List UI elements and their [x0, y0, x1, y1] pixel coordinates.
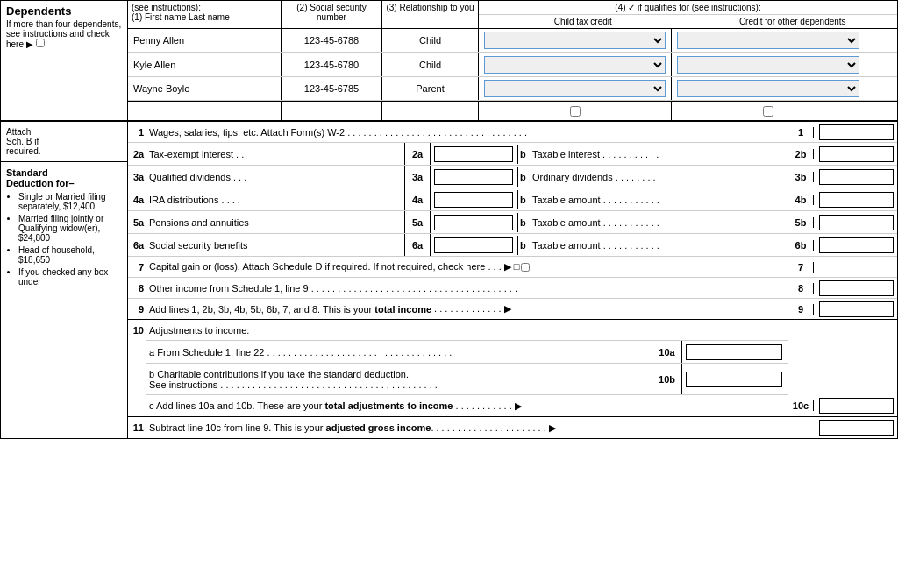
row-11-field[interactable] [819, 420, 894, 436]
dep-col3-header: (3) Relationship to you [382, 1, 479, 28]
row-5b-field[interactable] [819, 215, 894, 230]
row-2: 2a Tax-exempt interest . . 2a b Taxable … [128, 143, 897, 166]
row-7-field[interactable] [819, 259, 894, 275]
dep-other-credit-checkbox[interactable] [763, 106, 773, 117]
row-1-field[interactable] [819, 124, 894, 140]
row-2b-input [814, 145, 897, 164]
row-5: 5a Pensions and annuities 5a b Taxable a… [128, 211, 897, 234]
dependents-table: (see instructions): (1) First name Last … [128, 1, 897, 120]
left-sidebar: Attach Sch. B if required. Standard Dedu… [1, 122, 128, 438]
row-2a-input [431, 145, 518, 164]
row-8-field[interactable] [819, 280, 894, 296]
row-7-line: 7 [788, 262, 814, 273]
row-10a-label: a From Schedule 1, line 22 . . . . . . .… [146, 344, 652, 360]
dep-other-credit-select-1[interactable] [677, 32, 859, 49]
row-10a-field[interactable] [686, 344, 782, 360]
table-row: Kyle Allen 123-45-6780 Child [128, 53, 897, 77]
row-7-num: 7 [128, 259, 146, 275]
row-1-label: Wages, salaries, tips, etc. Attach Form(… [146, 124, 788, 140]
row-2b-field[interactable] [819, 146, 894, 162]
row-3b-label: Ordinary dividends . . . . . . . . [529, 169, 788, 185]
std-deduction-label: Standard Deduction for– Single or Marrie… [1, 162, 128, 438]
dep-col4-header: (4) ✓ if qualifies for (see instructions… [479, 1, 897, 28]
dep-col4-sub2: Credit for other dependents [688, 15, 898, 28]
dep-header-row: (see instructions): (1) First name Last … [128, 1, 897, 29]
row-6b-field[interactable] [819, 237, 894, 253]
std-items-list: Single or Married filing separately, $12… [6, 192, 123, 287]
row-8: 8 Other income from Schedule 1, line 9 .… [128, 278, 897, 299]
dependents-label: Dependents If more than four dependents,… [1, 1, 128, 120]
std-item-1: Single or Married filing separately, $12… [18, 192, 123, 211]
row-4b-label: Taxable amount . . . . . . . . . . . [529, 192, 788, 208]
row-10c: c Add lines 10a and 10b. These are your … [146, 395, 788, 416]
row-1-input [814, 123, 897, 142]
row-3a-field[interactable] [434, 169, 513, 185]
row-10b-label: b Charitable contributions if you take t… [146, 366, 652, 393]
row-9-input [814, 300, 897, 319]
row-9-num: 9 [128, 301, 146, 317]
row-10a: a From Schedule 1, line 22 . . . . . . .… [146, 341, 788, 364]
dep-other-credit-select-2[interactable] [677, 56, 859, 74]
row-3b-input [814, 167, 897, 187]
row-5a-label: Pensions and annuities [146, 215, 404, 230]
row-2b-label: Taxable interest . . . . . . . . . . . [529, 146, 788, 162]
std-subtitle: Deduction for– [6, 178, 123, 188]
row-8-label: Other income from Schedule 1, line 9 . .… [146, 280, 788, 296]
dependents-checkbox[interactable] [36, 39, 45, 47]
dep-other-credit-select-3[interactable] [677, 80, 859, 97]
dep-extra-2 [282, 102, 382, 120]
row-10a-line: 10a [652, 341, 682, 363]
dep-extra-checkbox1 [479, 102, 672, 120]
row-10c-field[interactable] [819, 398, 894, 414]
dep-child-credit-select-1[interactable] [484, 32, 666, 49]
dep-credit2-1 [672, 29, 865, 52]
row-3a-num: 3a [128, 169, 146, 185]
row-10c-line: 10c [788, 400, 814, 411]
row-1-num: 1 [128, 124, 146, 140]
dep-credit2-2 [672, 53, 865, 76]
row-5b-b: b [518, 217, 529, 228]
row-4a-field[interactable] [434, 192, 513, 208]
row-5b-label: Taxable amount . . . . . . . . . . . [529, 215, 788, 230]
dep-child-credit-checkbox[interactable] [570, 106, 581, 117]
row-2a-num: 2a [128, 146, 146, 162]
dep-extra-1 [128, 102, 282, 120]
row-6a-input [431, 236, 518, 255]
row-2a-field[interactable] [434, 146, 513, 162]
row-9-field[interactable] [819, 301, 894, 317]
income-rows-container: 1 Wages, salaries, tips, etc. Attach For… [128, 122, 897, 438]
dep-child-credit-select-3[interactable] [484, 80, 666, 97]
row-2b-line: 2b [788, 149, 814, 159]
row-5b-line: 5b [788, 217, 814, 228]
row-10b-field[interactable] [686, 372, 782, 387]
dep-child-credit-select-2[interactable] [484, 56, 666, 74]
row-6b-input [814, 236, 897, 255]
row-6a-field[interactable] [434, 237, 513, 253]
row-3b-field[interactable] [819, 169, 894, 185]
row-7-checkbox[interactable] [521, 263, 530, 272]
row-1-line: 1 [788, 127, 814, 138]
row-10-inner: Adjustments to income: a From Schedule 1… [146, 320, 788, 416]
row-3a-label: Qualified dividends . . . [146, 169, 404, 185]
dependents-section: Dependents If more than four dependents,… [1, 1, 897, 121]
dependents-title: Dependents [6, 4, 122, 18]
row-11-label: Subtract line 10c from line 9. This is y… [146, 420, 788, 436]
std-title: Standard [6, 167, 123, 178]
dep-col1-header: (see instructions): (1) First name Last … [128, 1, 282, 28]
table-row: Wayne Boyle 123-45-6785 Parent [128, 77, 897, 101]
row-6: 6a Social security benefits 6a b Taxable… [128, 234, 897, 257]
row-10: 10 Adjustments to income: a From Schedul… [128, 320, 897, 417]
row-9-label: Add lines 1, 2b, 3b, 4b, 5b, 6b, 7, and … [146, 301, 788, 317]
row-4b-field[interactable] [819, 192, 894, 208]
dep-name-3: Wayne Boyle [128, 77, 282, 100]
row-11-num: 11 [128, 420, 146, 436]
dep-rel-2: Child [382, 53, 479, 76]
row-11-input [814, 418, 897, 437]
row-4a-num: 4a [128, 192, 146, 208]
row-7-input [814, 258, 897, 277]
dep-col4-sub1: Child tax credit [479, 15, 688, 28]
row-5b-input [814, 213, 897, 232]
row-6a-label: Social security benefits [146, 237, 404, 253]
dependents-sub: If more than four dependents, see instru… [6, 19, 122, 49]
row-5a-field[interactable] [434, 215, 513, 230]
